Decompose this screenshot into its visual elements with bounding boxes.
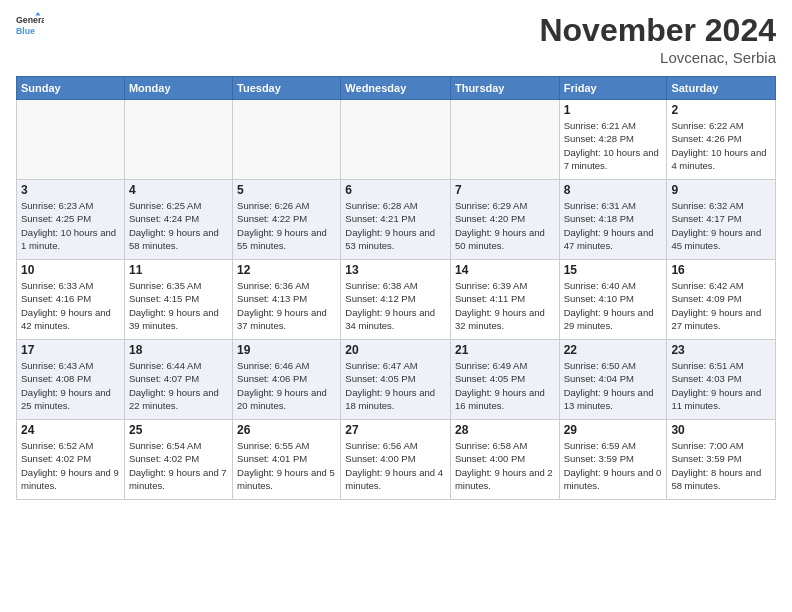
day-info: Sunrise: 6:38 AMSunset: 4:12 PMDaylight:…: [345, 279, 446, 332]
day-number: 7: [455, 183, 555, 197]
day-info: Sunrise: 6:28 AMSunset: 4:21 PMDaylight:…: [345, 199, 446, 252]
table-row: 8Sunrise: 6:31 AMSunset: 4:18 PMDaylight…: [559, 180, 667, 260]
header-wednesday: Wednesday: [341, 77, 451, 100]
day-number: 8: [564, 183, 663, 197]
day-info: Sunrise: 6:52 AMSunset: 4:02 PMDaylight:…: [21, 439, 120, 492]
day-number: 22: [564, 343, 663, 357]
month-title: November 2024: [539, 12, 776, 49]
svg-marker-2: [35, 12, 40, 16]
day-info: Sunrise: 6:32 AMSunset: 4:17 PMDaylight:…: [671, 199, 771, 252]
day-info: Sunrise: 6:44 AMSunset: 4:07 PMDaylight:…: [129, 359, 228, 412]
table-row: 10Sunrise: 6:33 AMSunset: 4:16 PMDayligh…: [17, 260, 125, 340]
table-row: 23Sunrise: 6:51 AMSunset: 4:03 PMDayligh…: [667, 340, 776, 420]
day-number: 13: [345, 263, 446, 277]
day-number: 29: [564, 423, 663, 437]
table-row: 29Sunrise: 6:59 AMSunset: 3:59 PMDayligh…: [559, 420, 667, 500]
table-row: 15Sunrise: 6:40 AMSunset: 4:10 PMDayligh…: [559, 260, 667, 340]
day-number: 27: [345, 423, 446, 437]
day-number: 3: [21, 183, 120, 197]
day-info: Sunrise: 6:35 AMSunset: 4:15 PMDaylight:…: [129, 279, 228, 332]
day-info: Sunrise: 6:36 AMSunset: 4:13 PMDaylight:…: [237, 279, 336, 332]
location-subtitle: Lovcenac, Serbia: [539, 49, 776, 66]
table-row: 28Sunrise: 6:58 AMSunset: 4:00 PMDayligh…: [450, 420, 559, 500]
table-row: 13Sunrise: 6:38 AMSunset: 4:12 PMDayligh…: [341, 260, 451, 340]
table-row: [341, 100, 451, 180]
day-number: 28: [455, 423, 555, 437]
day-info: Sunrise: 6:59 AMSunset: 3:59 PMDaylight:…: [564, 439, 663, 492]
table-row: 20Sunrise: 6:47 AMSunset: 4:05 PMDayligh…: [341, 340, 451, 420]
day-number: 14: [455, 263, 555, 277]
calendar-table: Sunday Monday Tuesday Wednesday Thursday…: [16, 76, 776, 500]
table-row: 19Sunrise: 6:46 AMSunset: 4:06 PMDayligh…: [233, 340, 341, 420]
day-number: 16: [671, 263, 771, 277]
day-info: Sunrise: 6:29 AMSunset: 4:20 PMDaylight:…: [455, 199, 555, 252]
day-number: 26: [237, 423, 336, 437]
day-info: Sunrise: 6:56 AMSunset: 4:00 PMDaylight:…: [345, 439, 446, 492]
table-row: 3Sunrise: 6:23 AMSunset: 4:25 PMDaylight…: [17, 180, 125, 260]
day-number: 23: [671, 343, 771, 357]
table-row: [124, 100, 232, 180]
day-info: Sunrise: 6:21 AMSunset: 4:28 PMDaylight:…: [564, 119, 663, 172]
day-info: Sunrise: 6:25 AMSunset: 4:24 PMDaylight:…: [129, 199, 228, 252]
day-info: Sunrise: 6:54 AMSunset: 4:02 PMDaylight:…: [129, 439, 228, 492]
header-saturday: Saturday: [667, 77, 776, 100]
day-number: 18: [129, 343, 228, 357]
table-row: 5Sunrise: 6:26 AMSunset: 4:22 PMDaylight…: [233, 180, 341, 260]
day-info: Sunrise: 6:31 AMSunset: 4:18 PMDaylight:…: [564, 199, 663, 252]
day-number: 19: [237, 343, 336, 357]
day-info: Sunrise: 6:49 AMSunset: 4:05 PMDaylight:…: [455, 359, 555, 412]
table-row: 16Sunrise: 6:42 AMSunset: 4:09 PMDayligh…: [667, 260, 776, 340]
calendar-week-row: 10Sunrise: 6:33 AMSunset: 4:16 PMDayligh…: [17, 260, 776, 340]
day-number: 2: [671, 103, 771, 117]
table-row: 22Sunrise: 6:50 AMSunset: 4:04 PMDayligh…: [559, 340, 667, 420]
table-row: 2Sunrise: 6:22 AMSunset: 4:26 PMDaylight…: [667, 100, 776, 180]
header-sunday: Sunday: [17, 77, 125, 100]
title-block: November 2024 Lovcenac, Serbia: [539, 12, 776, 66]
day-number: 24: [21, 423, 120, 437]
svg-text:Blue: Blue: [16, 26, 35, 36]
table-row: [233, 100, 341, 180]
day-number: 30: [671, 423, 771, 437]
table-row: 9Sunrise: 6:32 AMSunset: 4:17 PMDaylight…: [667, 180, 776, 260]
day-number: 15: [564, 263, 663, 277]
table-row: 24Sunrise: 6:52 AMSunset: 4:02 PMDayligh…: [17, 420, 125, 500]
day-info: Sunrise: 6:23 AMSunset: 4:25 PMDaylight:…: [21, 199, 120, 252]
table-row: 17Sunrise: 6:43 AMSunset: 4:08 PMDayligh…: [17, 340, 125, 420]
day-number: 4: [129, 183, 228, 197]
table-row: 6Sunrise: 6:28 AMSunset: 4:21 PMDaylight…: [341, 180, 451, 260]
day-info: Sunrise: 6:22 AMSunset: 4:26 PMDaylight:…: [671, 119, 771, 172]
day-number: 11: [129, 263, 228, 277]
day-info: Sunrise: 6:42 AMSunset: 4:09 PMDaylight:…: [671, 279, 771, 332]
day-number: 12: [237, 263, 336, 277]
calendar-week-row: 24Sunrise: 6:52 AMSunset: 4:02 PMDayligh…: [17, 420, 776, 500]
day-info: Sunrise: 6:46 AMSunset: 4:06 PMDaylight:…: [237, 359, 336, 412]
day-info: Sunrise: 6:26 AMSunset: 4:22 PMDaylight:…: [237, 199, 336, 252]
day-number: 21: [455, 343, 555, 357]
table-row: 27Sunrise: 6:56 AMSunset: 4:00 PMDayligh…: [341, 420, 451, 500]
table-row: 18Sunrise: 6:44 AMSunset: 4:07 PMDayligh…: [124, 340, 232, 420]
day-info: Sunrise: 6:40 AMSunset: 4:10 PMDaylight:…: [564, 279, 663, 332]
table-row: [17, 100, 125, 180]
logo-icon: General Blue: [16, 12, 44, 40]
calendar-week-row: 17Sunrise: 6:43 AMSunset: 4:08 PMDayligh…: [17, 340, 776, 420]
day-number: 9: [671, 183, 771, 197]
calendar-week-row: 1Sunrise: 6:21 AMSunset: 4:28 PMDaylight…: [17, 100, 776, 180]
day-info: Sunrise: 6:58 AMSunset: 4:00 PMDaylight:…: [455, 439, 555, 492]
table-row: 4Sunrise: 6:25 AMSunset: 4:24 PMDaylight…: [124, 180, 232, 260]
header-monday: Monday: [124, 77, 232, 100]
table-row: 1Sunrise: 6:21 AMSunset: 4:28 PMDaylight…: [559, 100, 667, 180]
day-number: 10: [21, 263, 120, 277]
day-number: 20: [345, 343, 446, 357]
day-number: 5: [237, 183, 336, 197]
logo: General Blue: [16, 12, 44, 40]
day-info: Sunrise: 6:55 AMSunset: 4:01 PMDaylight:…: [237, 439, 336, 492]
day-info: Sunrise: 6:47 AMSunset: 4:05 PMDaylight:…: [345, 359, 446, 412]
day-number: 25: [129, 423, 228, 437]
header-tuesday: Tuesday: [233, 77, 341, 100]
svg-text:General: General: [16, 15, 44, 25]
day-info: Sunrise: 6:51 AMSunset: 4:03 PMDaylight:…: [671, 359, 771, 412]
calendar-week-row: 3Sunrise: 6:23 AMSunset: 4:25 PMDaylight…: [17, 180, 776, 260]
day-info: Sunrise: 6:39 AMSunset: 4:11 PMDaylight:…: [455, 279, 555, 332]
header-friday: Friday: [559, 77, 667, 100]
table-row: 21Sunrise: 6:49 AMSunset: 4:05 PMDayligh…: [450, 340, 559, 420]
